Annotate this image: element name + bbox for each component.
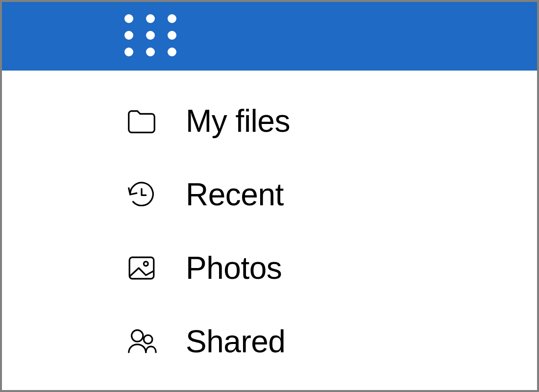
folder-icon [122,101,161,141]
waffle-dot-icon [146,14,155,23]
sidebar-nav: My files Recent Photos [2,71,537,390]
svg-point-3 [144,335,152,344]
waffle-dot-icon [124,48,133,56]
nav-item-label: Photos [186,250,282,286]
nav-item-recent[interactable]: Recent [122,158,537,231]
clock-history-icon [122,175,161,214]
waffle-dot-icon [168,31,176,40]
header-bar [2,2,537,71]
svg-rect-0 [129,257,154,279]
svg-point-2 [132,330,143,342]
waffle-dot-icon [146,31,155,40]
app-window: My files Recent Photos [2,2,537,390]
nav-item-my-files[interactable]: My files [122,84,537,158]
nav-item-label: My files [186,103,290,139]
nav-item-label: Recent [186,176,284,213]
waffle-dot-icon [168,48,176,56]
svg-point-1 [144,262,148,266]
waffle-dot-icon [168,14,176,23]
nav-item-label: Shared [186,323,285,360]
app-launcher-button[interactable] [124,14,178,58]
waffle-dot-icon [124,14,133,23]
nav-item-shared[interactable]: Shared [122,305,537,378]
image-icon [122,248,161,288]
nav-item-photos[interactable]: Photos [122,231,537,305]
waffle-dot-icon [124,31,133,40]
waffle-dot-icon [146,48,155,56]
people-icon [122,322,161,361]
